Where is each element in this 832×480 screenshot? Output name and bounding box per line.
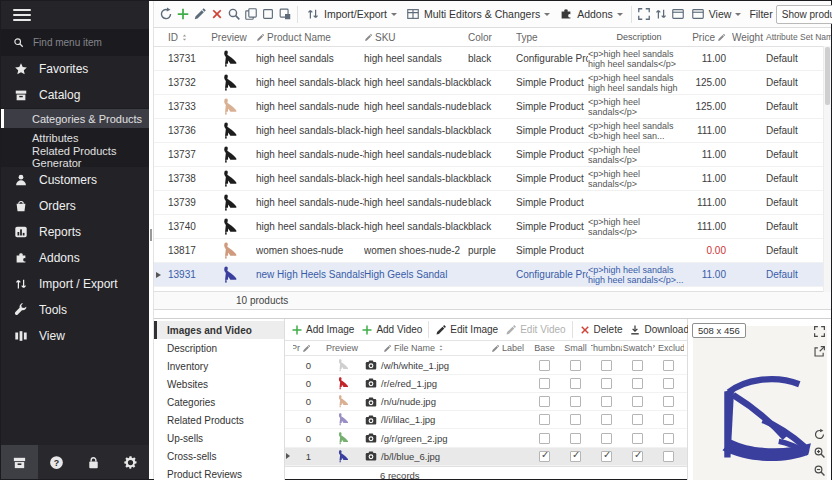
sidebar-item-reports[interactable]: Reports [1,219,149,245]
image-row[interactable]: 0/w/h/white_1.jpg [285,356,687,374]
base-checkbox[interactable] [539,433,550,444]
store-button[interactable] [1,445,38,479]
image-row[interactable]: 0/l/i/lilac_1.jpg [285,411,687,429]
swatch-checkbox[interactable] [632,433,643,444]
column-header-preview[interactable]: Preview [319,343,365,353]
swatch-checkbox[interactable] [632,360,643,371]
column-header-weight[interactable]: Weight [732,32,764,43]
duplicate-button[interactable] [278,3,292,25]
small-checkbox[interactable] [570,360,581,371]
product-row[interactable]: 13739high heel sandals-nude-37high heel … [154,191,831,215]
tab-cross-sells[interactable]: Cross-sells [154,447,284,465]
add-product-button[interactable] [176,3,190,25]
sidebar-item-tools[interactable]: Tools [1,297,149,323]
column-header-sku[interactable]: SKU [364,32,468,43]
menu-search-input[interactable] [31,36,131,49]
column-header-color[interactable]: Color [468,32,516,43]
tab-related-products[interactable]: Related Products [154,411,284,429]
fullscreen-icon[interactable] [813,325,826,338]
view-menu[interactable]: View [688,3,745,25]
zoom-out-icon[interactable] [813,464,826,477]
tab-images-and-video[interactable]: Images and Video [154,321,284,339]
product-row-selected[interactable]: 13931new High Heels SandalsHigh Geels Sa… [154,263,831,287]
sidebar-item-related-products-generator[interactable]: Related Products Generator [1,147,149,166]
refresh-button[interactable] [159,3,173,25]
thumbnail-checkbox[interactable] [601,360,612,371]
image-row[interactable]: 0/g/r/green_2.jpg [285,429,687,447]
product-row[interactable]: 13738high heel sandals-black-37high heel… [154,167,831,191]
edit-product-button[interactable] [193,3,207,25]
multi-editors-menu[interactable]: Multi Editors & Changers [403,3,553,25]
vertical-scrollbar[interactable] [823,46,831,292]
select-button[interactable] [261,3,275,25]
sidebar-item-customers[interactable]: Customers [1,167,149,193]
column-header-swatch[interactable]: Swatch [622,343,653,353]
delete-product-button[interactable] [210,3,224,25]
column-header-exclude[interactable]: Exclude [653,343,684,353]
thumbnail-checkbox[interactable] [601,396,612,407]
menu-toggle-button[interactable] [1,1,149,29]
tab-description[interactable]: Description [154,339,284,357]
tab-inventory[interactable]: Inventory [154,357,284,375]
import-export-menu[interactable]: Import/Export [303,3,400,25]
swatch-checkbox[interactable] [632,414,643,425]
addons-menu[interactable]: Addons [556,3,626,25]
sidebar-item-catalog[interactable]: Catalog [1,82,149,108]
product-row[interactable]: 13737high heel sandals-nude-36high heel … [154,143,831,167]
tab-categories[interactable]: Categories [154,393,284,411]
sidebar-item-categories-products[interactable]: Categories & Products [1,109,149,128]
column-header-price[interactable]: Price [690,32,732,43]
sidebar-item-addons[interactable]: Addons [1,245,149,271]
search-button[interactable] [227,3,241,25]
product-row[interactable]: 13736high heel sandals-black-36high heel… [154,119,831,143]
small-checkbox[interactable] [570,414,581,425]
small-checkbox[interactable] [570,451,581,462]
small-checkbox[interactable] [570,378,581,389]
sidebar-item-orders[interactable]: Orders [1,193,149,219]
swatch-checkbox[interactable] [632,451,643,462]
sidebar-item-import-export[interactable]: Import / Export [1,271,149,297]
tab-websites[interactable]: Websites [154,375,284,393]
exclude-checkbox[interactable] [663,360,674,371]
base-checkbox[interactable] [539,360,550,371]
exclude-checkbox[interactable] [663,451,674,462]
exclude-checkbox[interactable] [663,378,674,389]
product-row[interactable]: 13740high heel sandals-black-38high heel… [154,215,831,239]
swatch-checkbox[interactable] [632,378,643,389]
column-header-product-name[interactable]: Product Name [256,32,364,43]
add-image-button[interactable]: Add Image [288,324,357,336]
thumbnail-checkbox[interactable] [601,378,612,389]
column-header-preview[interactable]: Preview [202,32,256,43]
thumbnail-checkbox[interactable] [601,433,612,444]
column-header-pr[interactable]: Pr [293,343,319,353]
image-row[interactable]: 0/r/e/red_1.jpg [285,375,687,393]
open-window-button[interactable] [671,3,685,25]
copy-button[interactable] [244,3,258,25]
product-row[interactable]: 13733high heel sandals-nudehigh heel san… [154,95,831,119]
column-header-id[interactable]: ID [162,32,202,43]
swatch-checkbox[interactable] [632,396,643,407]
sort-asc-button[interactable] [654,3,668,25]
sidebar-item-favorites[interactable]: Favorites [1,56,149,82]
lock-button[interactable] [75,445,112,479]
delete-image-button[interactable]: Delete [576,324,626,336]
edit-image-button[interactable]: Edit Image [432,324,501,336]
tab-product-reviews[interactable]: Product Reviews [154,465,284,480]
column-header-thumbnail[interactable]: Thumbna [591,343,622,353]
base-checkbox[interactable] [539,396,550,407]
filter-select[interactable]: Show products from selected categories [776,5,832,24]
base-checkbox[interactable] [539,451,550,462]
thumbnail-checkbox[interactable] [601,414,612,425]
exclude-checkbox[interactable] [663,433,674,444]
base-checkbox[interactable] [539,378,550,389]
column-header-label[interactable]: Label [491,343,529,353]
open-external-icon[interactable] [813,345,826,358]
column-header-base[interactable]: Base [529,343,560,353]
column-header-attribute-set[interactable]: Attribute Set Name [764,32,831,42]
tab-up-sells[interactable]: Up-sells [154,429,284,447]
column-header-small[interactable]: Small [560,343,591,353]
settings-button[interactable] [112,445,149,479]
add-video-button[interactable]: Add Video [358,324,425,336]
thumbnail-checkbox[interactable] [601,451,612,462]
help-button[interactable] [38,445,75,479]
